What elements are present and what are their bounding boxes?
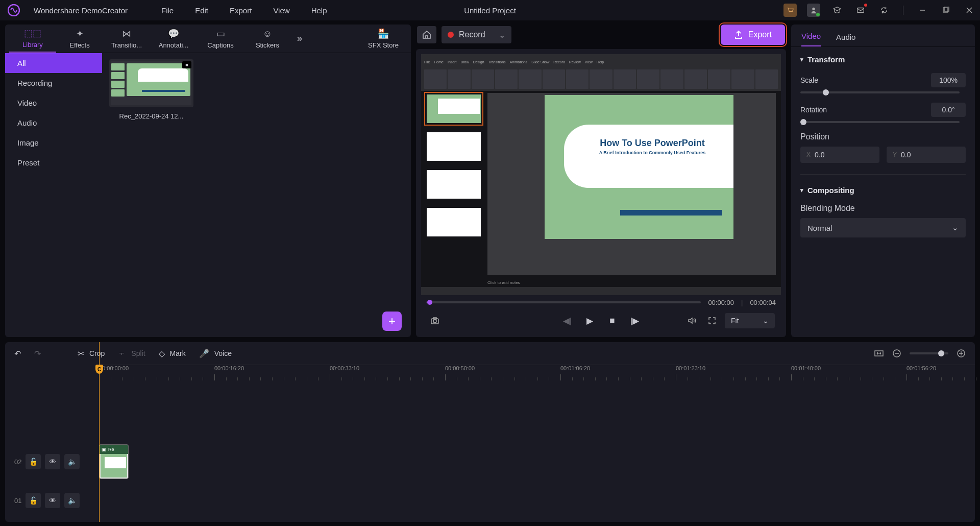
ppt-statusbar xyxy=(421,287,781,295)
add-media-button[interactable]: + xyxy=(382,312,402,331)
redo-button[interactable]: ↷ xyxy=(34,349,41,358)
playhead-marker[interactable]: C xyxy=(95,365,103,374)
track-number: 02 xyxy=(14,458,21,466)
timeline-clip[interactable]: ▣Re xyxy=(99,444,129,479)
grad-cap-icon[interactable] xyxy=(830,4,844,17)
tab-captions[interactable]: ▭Captions xyxy=(197,25,244,52)
track-number: 01 xyxy=(14,497,21,505)
media-clip[interactable]: ■ Rec_2022-09-24 12... xyxy=(109,59,193,120)
voice-tool[interactable]: 🎤Voice xyxy=(199,349,232,358)
prop-tab-video[interactable]: Video xyxy=(801,32,821,46)
chevron-down-icon: ⌄ xyxy=(952,223,959,232)
sync-icon[interactable] xyxy=(877,4,891,17)
rotation-slider[interactable] xyxy=(800,121,960,123)
ruler-tick: 00:01:23:10 xyxy=(676,365,705,371)
mail-icon[interactable] xyxy=(854,4,867,17)
cart-icon[interactable] xyxy=(783,4,797,17)
ruler-tick: 00:01:56:20 xyxy=(906,365,936,371)
position-y-input[interactable]: Y0.0 xyxy=(887,147,966,163)
track-lock-button[interactable]: 🔓 xyxy=(26,493,41,508)
category-all[interactable]: All xyxy=(5,53,102,73)
crop-tool[interactable]: ✂Crop xyxy=(78,349,105,358)
fullscreen-button[interactable] xyxy=(704,313,720,328)
volume-button[interactable] xyxy=(684,313,699,328)
transform-header[interactable]: Transform xyxy=(800,55,966,64)
seek-thumb[interactable] xyxy=(427,300,432,305)
zoom-in-button[interactable] xyxy=(957,349,966,358)
record-button[interactable]: Record ⌄ xyxy=(442,26,511,43)
blend-mode-dropdown[interactable]: Normal ⌄ xyxy=(800,218,966,237)
seek-track[interactable] xyxy=(426,301,701,303)
category-video[interactable]: Video xyxy=(5,93,102,113)
category-preset[interactable]: Preset xyxy=(5,153,102,173)
camera-badge-icon: ■ xyxy=(182,61,191,68)
slide-subtitle: A Brief Introduction to Commonly Used Fe… xyxy=(581,150,723,155)
tab-library[interactable]: ⬚⬚Library xyxy=(9,25,56,53)
tab-annotations[interactable]: 💬Annotati... xyxy=(150,25,197,52)
titlebar: Wondershare DemoCreator File Edit Export… xyxy=(0,0,980,20)
snapshot-button[interactable] xyxy=(427,313,443,328)
play-button[interactable]: ▶ xyxy=(582,313,598,328)
time-total: 00:00:04 xyxy=(750,299,776,306)
next-frame-button[interactable]: |▶ xyxy=(627,313,643,328)
preview-panel: Record ⌄ Export FileHomeInsertDrawDesign… xyxy=(416,25,786,337)
track-lock-button[interactable]: 🔓 xyxy=(26,454,41,469)
home-button[interactable] xyxy=(417,26,436,43)
export-button[interactable]: Export xyxy=(721,25,785,45)
menu-export[interactable]: Export xyxy=(230,6,252,15)
tab-transitions[interactable]: ⋈Transitio... xyxy=(103,25,150,52)
zoom-out-button[interactable] xyxy=(892,349,901,358)
preview-canvas[interactable]: FileHomeInsertDrawDesignTransitionsAnima… xyxy=(421,54,781,295)
track-01: 01 🔓 👁 🔈 xyxy=(5,482,975,519)
scale-value[interactable]: 100% xyxy=(931,73,966,87)
ppt-notes: Click to add notes xyxy=(487,280,520,285)
stop-button[interactable]: ■ xyxy=(605,313,620,328)
tab-effects[interactable]: ✦Effects xyxy=(56,25,103,52)
prev-frame-button[interactable]: ◀| xyxy=(560,313,575,328)
ruler-tick: 00:01:40:00 xyxy=(791,365,821,371)
compositing-header[interactable]: Compositing xyxy=(800,186,966,195)
app-name: Wondershare DemoCreator xyxy=(34,6,128,15)
menu-edit[interactable]: Edit xyxy=(195,6,208,15)
fit-dropdown[interactable]: Fit⌄ xyxy=(725,313,775,328)
tab-sfx-store[interactable]: 🏪SFX Store xyxy=(360,28,407,49)
prop-tab-audio[interactable]: Audio xyxy=(836,33,855,46)
track-mute-button[interactable]: 🔈 xyxy=(64,493,80,508)
maximize-icon[interactable] xyxy=(939,4,952,17)
position-x-input[interactable]: X0.0 xyxy=(800,147,879,163)
playhead[interactable]: C xyxy=(99,342,100,522)
track-lane[interactable]: ▣Re xyxy=(97,443,975,480)
record-label: Record xyxy=(459,30,485,39)
category-audio[interactable]: Audio xyxy=(5,113,102,133)
split-tool[interactable]: ⫟Split xyxy=(118,349,145,358)
category-recording[interactable]: Recording xyxy=(5,73,102,93)
zoom-slider[interactable] xyxy=(910,352,948,354)
svg-point-1 xyxy=(812,8,815,10)
position-label: Position xyxy=(800,132,829,141)
mark-tool[interactable]: ◇Mark xyxy=(159,349,186,358)
minimize-icon[interactable] xyxy=(916,4,929,17)
track-mute-button[interactable]: 🔈 xyxy=(64,454,80,469)
close-icon[interactable] xyxy=(963,4,976,17)
fit-timeline-button[interactable] xyxy=(874,349,884,357)
track-lane[interactable] xyxy=(97,482,975,519)
tab-stickers[interactable]: ☺Stickers xyxy=(244,26,291,52)
track-visibility-button[interactable]: 👁 xyxy=(45,493,60,508)
track-visibility-button[interactable]: 👁 xyxy=(45,454,60,469)
tabs-more-icon[interactable]: » xyxy=(291,33,308,44)
menu-view[interactable]: View xyxy=(273,6,289,15)
category-image[interactable]: Image xyxy=(5,133,102,153)
clip-thumbnail: ■ xyxy=(109,59,193,107)
user-icon[interactable] xyxy=(807,4,820,17)
time-separator: | xyxy=(741,299,743,306)
chevron-down-icon: ⌄ xyxy=(763,317,769,325)
timeline-ruler[interactable]: 00:00:00:0000:00:16:2000:00:33:1000:00:5… xyxy=(97,365,975,383)
export-label: Export xyxy=(748,30,772,39)
chevron-down-icon: ⌄ xyxy=(499,30,505,40)
undo-button[interactable]: ↶ xyxy=(14,349,21,358)
menu-file[interactable]: File xyxy=(161,6,174,15)
library-categories: All Recording Video Audio Image Preset xyxy=(5,53,102,337)
rotation-value[interactable]: 0.0° xyxy=(931,103,966,117)
scale-slider[interactable] xyxy=(800,91,960,93)
menu-help[interactable]: Help xyxy=(311,6,327,15)
